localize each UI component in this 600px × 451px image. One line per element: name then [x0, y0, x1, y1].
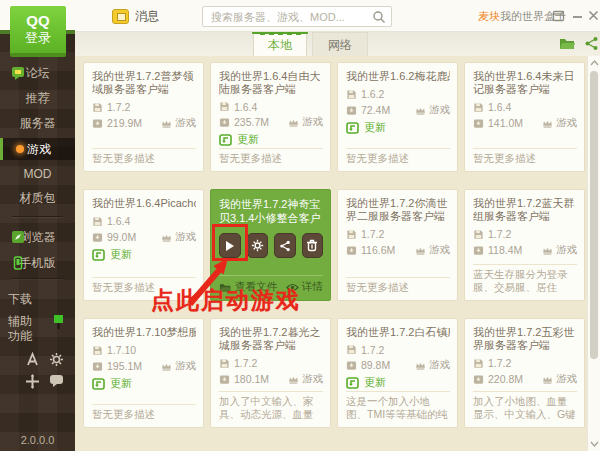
move-tool-button[interactable] — [25, 374, 41, 390]
server-card[interactable]: 我的世界1.6.4未来日记服务器客户端 1.6.4 141.0M 游戏 — [464, 62, 585, 172]
card-size-row: 195.1M 游戏 — [92, 358, 196, 374]
card-version-label: 1.7.10 — [107, 344, 136, 356]
open-folder-button[interactable] — [559, 36, 576, 52]
messages-label: 消息 — [135, 8, 159, 25]
close-icon — [587, 9, 600, 22]
server-card[interactable]: 我的世界1.7.2蓝天群组服务器客户端 1.7.2 118.4M 游戏 — [464, 189, 585, 301]
share-icon — [279, 240, 291, 252]
skin-button[interactable] — [551, 8, 566, 23]
update-button[interactable]: 更新 — [219, 130, 323, 148]
sidebar-item-server[interactable]: 服务器 — [0, 112, 75, 134]
update-button[interactable]: 更新 — [346, 373, 450, 391]
card-description: 暂无更多描述 — [92, 405, 196, 421]
server-card[interactable]: 我的世界1.6.4自由大陆服务器客户端 1.6.4 235.7M 游戏 — [210, 62, 331, 172]
sidebar-item-texture-pack-label: 材质包 — [20, 191, 56, 205]
card-version-label: 1.7.2 — [107, 101, 130, 113]
app-window: 消息 麦块我的世界盒子 — [0, 0, 600, 451]
card-size-row: 72.4M 游戏 — [346, 102, 450, 118]
card-description: 暂无更多描述 — [92, 149, 196, 165]
card-size-row: 220.8M 游戏 — [473, 371, 577, 387]
card-title: 我的世界1.7.10梦想服务器客户端 — [92, 326, 196, 339]
close-button[interactable] — [586, 8, 600, 23]
game-tag-button[interactable]: 游戏 — [288, 115, 323, 129]
feedback-tool-button[interactable] — [49, 374, 65, 390]
game-tag-button[interactable]: 游戏 — [161, 359, 196, 373]
sidebar-item-forum[interactable]: 论坛 — [0, 62, 75, 84]
scroll-up-button[interactable] — [588, 56, 600, 70]
game-tag-button[interactable]: 游戏 — [415, 358, 450, 372]
server-card[interactable]: 我的世界1.7.2五彩世界服务器客户端 1.7.2 220.8M 游戏 — [464, 318, 585, 428]
server-card[interactable]: 我的世界1.7.2普梦领域服务器客户端 1.7.2 219.9M 游戏 — [83, 62, 204, 172]
card-version-row: 1.6.2 — [346, 86, 450, 102]
sidebar-item-mod[interactable]: MOD — [0, 163, 75, 185]
share-button-toolbar[interactable] — [584, 36, 600, 52]
search-icon[interactable] — [372, 10, 386, 24]
sidebar-item-texture-pack[interactable]: 材质包 — [0, 187, 75, 209]
update-button[interactable]: 更新 — [346, 118, 450, 136]
cursor-icon — [25, 352, 40, 367]
sidebar-item-assist[interactable]: 辅助 功能 — [8, 314, 32, 344]
update-button[interactable]: 更新 — [92, 374, 196, 392]
update-icon — [346, 121, 359, 134]
scrollbar[interactable] — [587, 56, 600, 451]
tab-network[interactable]: 网络 — [312, 32, 368, 56]
share-button[interactable] — [274, 233, 296, 258]
update-button[interactable]: 更新 — [92, 245, 196, 263]
game-label: 游戏 — [556, 116, 577, 130]
game-tag-button[interactable]: 游戏 — [542, 116, 577, 130]
sidebar-item-game[interactable]: 游戏 — [0, 138, 75, 160]
card-size-label: 99.0M — [107, 231, 136, 243]
drive-icon — [473, 118, 484, 129]
update-label: 更新 — [110, 376, 132, 391]
card-version-row: 1.7.2 — [346, 342, 450, 358]
game-label: 游戏 — [429, 243, 450, 257]
game-tag-button[interactable]: 游戏 — [415, 243, 450, 257]
sidebar-item-browser[interactable]: 浏览器 — [0, 226, 75, 248]
qq-login-button[interactable]: QQ 登录 — [10, 6, 66, 57]
card-version-label: 1.7.2 — [488, 228, 511, 240]
card-description: 暂无更多描述 — [346, 149, 450, 165]
game-tag-button[interactable]: 游戏 — [415, 103, 450, 117]
sidebar-item-download[interactable]: 下载 — [8, 292, 32, 307]
game-tag-button[interactable]: 游戏 — [542, 243, 577, 257]
settings-tool-button[interactable] — [49, 352, 65, 368]
card-size-row: 116.6M 游戏 — [346, 242, 450, 258]
assist-label-line1: 辅助 — [8, 314, 32, 329]
card-size-label: 235.7M — [234, 116, 269, 128]
game-tag-button[interactable]: 游戏 — [542, 372, 577, 386]
card-description: 加入了中文输入、家具、动态光源、血量显示、小地图等等 — [219, 392, 323, 421]
server-card[interactable]: 我的世界1.7.2白石镇服务器 1.7.2 89.8M 游戏 — [337, 318, 458, 428]
update-label: 更新 — [364, 120, 386, 135]
disk-icon — [346, 344, 357, 355]
scroll-down-button[interactable] — [588, 437, 600, 451]
minimize-button[interactable] — [570, 8, 585, 23]
card-version-label: 1.7.2 — [361, 344, 384, 356]
game-tag-button[interactable]: 游戏 — [161, 230, 196, 244]
messages-button[interactable]: 消息 — [112, 8, 159, 25]
card-version-label: 1.7.2 — [234, 357, 257, 369]
search-input[interactable] — [211, 11, 372, 23]
server-card[interactable]: 我的世界1.7.10梦想服务器客户端 1.7.10 195.1M 游戏 — [83, 318, 204, 428]
card-size-label: 72.4M — [361, 104, 390, 116]
game-label: 游戏 — [429, 358, 450, 372]
scroll-thumb[interactable] — [590, 71, 598, 359]
server-card[interactable]: 我的世界1.6.2梅花鹿战争服 1.6.2 72.4M 游戏 — [337, 62, 458, 172]
server-card[interactable]: 我的世界1.7.2暮光之城服务器客户端 1.7.2 180.1M 游戏 — [210, 318, 331, 428]
card-size-label: 141.0M — [488, 117, 523, 129]
disk-icon — [92, 345, 103, 356]
sidebar-item-mobile[interactable]: 手机版 — [0, 252, 75, 274]
drive-icon — [92, 232, 103, 243]
server-card[interactable]: 我的世界1.7.2你滴世界二服服务器客户端 1.7.2 116.6M 游戏 — [337, 189, 458, 301]
game-tag-button[interactable]: 游戏 — [288, 372, 323, 386]
game-tag-button[interactable]: 游戏 — [161, 116, 196, 130]
card-title: 我的世界1.7.2暮光之城服务器客户端 — [219, 326, 323, 352]
cursor-tool-button[interactable] — [25, 352, 41, 368]
sidebar-item-recommend[interactable]: 推荐 — [0, 87, 75, 109]
update-label: 更新 — [237, 132, 259, 147]
drive-icon — [473, 245, 484, 256]
delete-button[interactable] — [302, 233, 324, 258]
tab-local[interactable]: 本地 — [253, 32, 307, 56]
card-title: 我的世界1.7.2普梦领域服务器客户端 — [92, 70, 196, 96]
card-description: 加入了小地图、血量显示、中文输入、G键合成表等等MOD的 — [473, 392, 577, 421]
settings-button[interactable] — [247, 233, 269, 258]
